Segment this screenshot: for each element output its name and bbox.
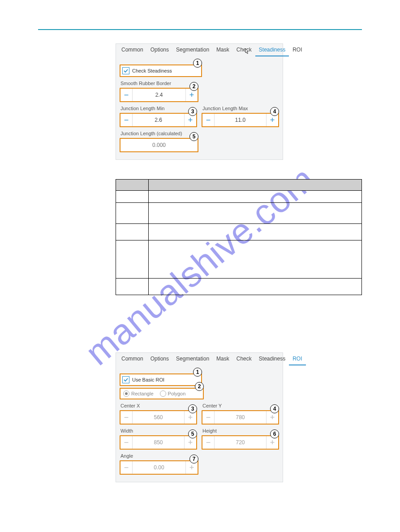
callout-4: 4: [270, 404, 279, 413]
junction-length-min-label: Junction Length Min: [120, 103, 197, 113]
tab-segmentation[interactable]: Segmentation: [172, 45, 213, 56]
rectangle-radio[interactable]: [123, 390, 129, 397]
center-x-stepper[interactable]: − 560 + 3: [120, 410, 197, 425]
table-row: [116, 191, 362, 203]
use-basic-roi-label: Use Basic ROI: [132, 377, 164, 382]
height-stepper[interactable]: − 720 + 6: [202, 435, 279, 450]
center-x-value[interactable]: 560: [133, 411, 184, 424]
use-basic-roi-checkbox[interactable]: [122, 376, 129, 383]
tab-check[interactable]: Check: [233, 45, 255, 56]
callout-1: 1: [193, 368, 202, 377]
decrement-button[interactable]: −: [202, 114, 215, 126]
tab-steadiness[interactable]: Steadiness: [255, 45, 289, 56]
junction-length-calc-field: 0.000 5: [120, 138, 198, 152]
height-value[interactable]: 720: [215, 436, 266, 449]
callout-4: 4: [270, 107, 279, 116]
junction-length-min-stepper[interactable]: − 2.6 + 3: [120, 113, 197, 127]
junction-length-min-value[interactable]: 2.6: [133, 114, 184, 126]
callout-3: 3: [188, 107, 197, 116]
tab-mask[interactable]: Mask: [213, 45, 233, 56]
center-y-label: Center Y: [202, 400, 279, 410]
smooth-rubber-border-value[interactable]: 2.4: [133, 89, 185, 101]
roi-shape-radio-group[interactable]: Rectangle Polygon 2: [120, 388, 204, 399]
tab-bar: Common Options Segmentation Mask Check S…: [116, 44, 283, 56]
tab-steadiness[interactable]: Steadiness: [255, 354, 289, 365]
tab-segmentation[interactable]: Segmentation: [172, 354, 213, 365]
use-basic-roi-row[interactable]: Use Basic ROI 1: [120, 373, 202, 386]
table-row: [116, 203, 362, 224]
tab-mask[interactable]: Mask: [213, 354, 233, 365]
tab-check[interactable]: Check: [233, 354, 255, 365]
center-x-label: Center X: [120, 400, 197, 410]
description-table: [116, 179, 362, 295]
junction-length-calc-value: 0.000: [152, 142, 166, 148]
decrement-button[interactable]: −: [120, 411, 133, 424]
polygon-radio-label: Polygon: [168, 391, 186, 396]
smooth-rubber-border-label: Smooth Rubber Border: [120, 78, 279, 88]
tab-bar: Common Options Segmentation Mask Check S…: [116, 353, 283, 365]
height-label: Height: [202, 425, 279, 435]
steadiness-panel: Common Options Segmentation Mask Check S…: [116, 43, 283, 160]
callout-7: 7: [189, 455, 198, 463]
decrement-button[interactable]: −: [120, 89, 133, 101]
center-y-stepper[interactable]: − 780 + 4: [202, 410, 279, 425]
tab-roi[interactable]: ROI: [289, 354, 305, 365]
decrement-button[interactable]: −: [120, 461, 133, 474]
decrement-button[interactable]: −: [202, 436, 215, 449]
junction-length-max-label: Junction Length Max: [202, 103, 279, 113]
rectangle-radio-label: Rectangle: [131, 391, 154, 396]
width-stepper[interactable]: − 850 + 5: [120, 435, 197, 450]
table-row: [116, 240, 362, 279]
callout-6: 6: [270, 429, 279, 438]
decrement-button[interactable]: −: [120, 436, 133, 449]
table-row: [116, 224, 362, 240]
tab-options[interactable]: Options: [147, 45, 172, 56]
callout-2: 2: [189, 82, 198, 91]
callout-2: 2: [195, 382, 204, 391]
callout-5: 5: [188, 429, 197, 438]
center-y-value[interactable]: 780: [215, 411, 266, 424]
decrement-button[interactable]: −: [202, 411, 215, 424]
junction-length-calc-label: Junction Length (calculated): [120, 128, 279, 138]
angle-stepper[interactable]: − 0.00 + 7: [120, 460, 198, 475]
callout-3: 3: [188, 404, 197, 413]
check-steadiness-label: Check Steadiness: [132, 68, 172, 73]
decrement-button[interactable]: −: [120, 114, 133, 126]
width-label: Width: [120, 425, 197, 435]
smooth-rubber-border-stepper[interactable]: − 2.4 + 2: [120, 88, 198, 102]
callout-1: 1: [193, 59, 202, 68]
angle-value[interactable]: 0.00: [133, 461, 185, 474]
polygon-radio[interactable]: [160, 390, 166, 397]
junction-length-max-stepper[interactable]: − 11.0 + 4: [202, 113, 279, 127]
roi-panel: Common Options Segmentation Mask Check S…: [116, 352, 283, 482]
tab-common[interactable]: Common: [118, 354, 147, 365]
tab-roi[interactable]: ROI: [289, 45, 305, 56]
check-steadiness-row[interactable]: Check Steadiness 1: [120, 64, 202, 77]
callout-5: 5: [189, 132, 198, 141]
width-value[interactable]: 850: [133, 436, 184, 449]
table-row: [116, 279, 362, 295]
check-steadiness-checkbox[interactable]: [122, 67, 129, 74]
tab-common[interactable]: Common: [118, 45, 147, 56]
tab-options[interactable]: Options: [147, 354, 172, 365]
junction-length-max-value[interactable]: 11.0: [215, 114, 266, 126]
header-rule: [38, 29, 362, 30]
angle-label: Angle: [120, 450, 279, 460]
